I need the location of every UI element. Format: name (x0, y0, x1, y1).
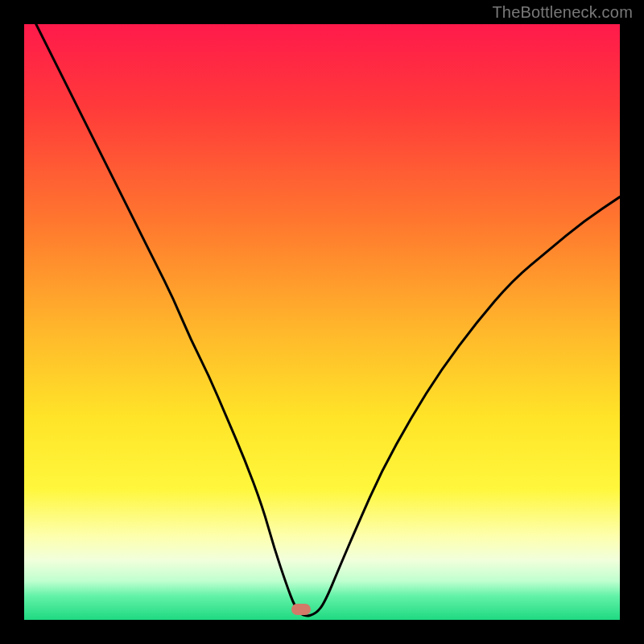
optimum-marker (291, 604, 311, 615)
plot-area (24, 24, 620, 620)
bottleneck-curve (24, 24, 620, 620)
watermark-text: TheBottleneck.com (492, 3, 633, 22)
chart-frame: TheBottleneck.com (0, 0, 644, 644)
